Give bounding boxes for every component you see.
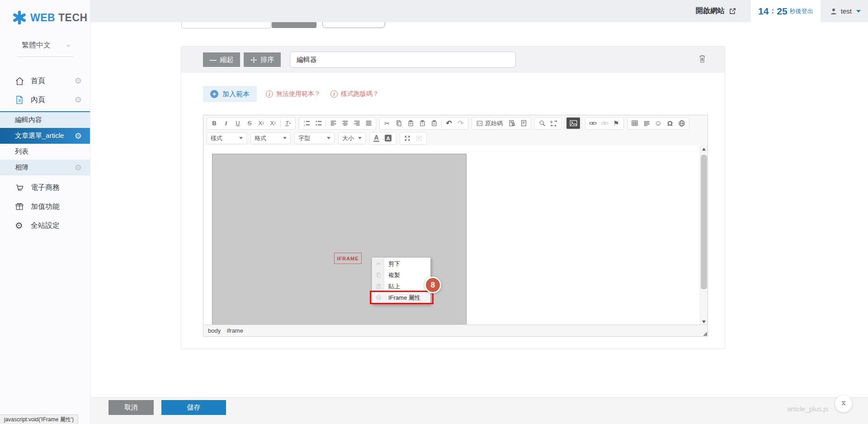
sidebar-item-label: 內頁 [31,95,45,105]
annotation-step-badge: 8 [425,277,441,293]
svg-text:b: b [551,120,552,123]
submenu-item-label: 編輯內容 [15,116,42,124]
gear-icon: ⚙ [15,221,25,230]
show-blocks-icon[interactable] [413,133,425,144]
underline-icon[interactable]: U [232,118,244,129]
sidebar-item-addons[interactable]: 加值功能 [0,197,90,216]
anchor-flag-icon[interactable]: ⚑ [610,118,622,129]
smiley-icon[interactable]: ☺ [652,118,664,129]
cancel-button[interactable]: 取消 [108,400,154,415]
submenu-item-list[interactable]: 列表 [0,144,90,160]
bg-color-icon[interactable]: A [383,133,395,144]
user-menu[interactable]: test [821,7,868,15]
paste-word-icon[interactable]: W [428,118,440,129]
source-button[interactable]: 原始碼 [473,118,506,129]
maximize-icon[interactable] [401,133,413,144]
gear-icon[interactable]: ⚙ [75,77,82,85]
align-left-icon[interactable] [327,118,339,129]
bold-icon[interactable]: B [208,118,220,129]
open-site-label: 開啟網站 [696,6,725,16]
preview-icon[interactable] [506,118,518,129]
gear-icon[interactable]: ⚙ [75,96,82,104]
sidebar-item-home[interactable]: 首頁 ⚙ [0,71,90,90]
copy-icon[interactable] [393,118,405,129]
align-center-icon[interactable] [339,118,351,129]
remove-format-icon[interactable]: Tx [282,118,294,129]
plus-circle-icon: + [210,90,218,98]
unlink-icon[interactable] [599,118,610,129]
paste-text-icon[interactable]: T [416,118,428,129]
svg-text:W: W [433,122,435,125]
help-link-template[interactable]: i 無法使用範本？ [266,90,321,98]
image-icon[interactable] [566,118,580,129]
horizontal-rule-icon[interactable] [641,118,652,129]
sort-button[interactable]: 排序 [244,52,281,67]
italic-icon[interactable]: I [220,118,232,129]
language-selector[interactable]: 繁體中文 [17,41,73,57]
brand-name: WEB TECH [30,12,88,24]
link-icon[interactable] [587,118,599,129]
replace-icon[interactable]: ba [548,118,560,129]
user-name: test [841,7,852,15]
redo-icon[interactable]: ↷ [455,118,467,129]
external-link-icon [729,7,736,15]
sidebar-item-label: 首頁 [31,76,45,86]
timer-minutes: 14 [758,6,769,17]
app-logo[interactable]: WEB TECH [13,11,88,24]
help-link-style[interactable]: i 樣式跑版嗎？ [330,90,379,98]
submenu-item-article-menu[interactable]: 文章選單_article ⚙ [0,128,90,144]
templates-icon[interactable] [518,118,529,129]
paste-icon[interactable] [405,118,416,129]
font-combo[interactable]: 字型 [294,132,335,144]
ordered-list-icon[interactable]: 12 [301,118,312,129]
special-char-icon[interactable]: Ω [664,118,676,129]
trash-icon[interactable] [698,54,707,64]
timer-seconds: 25 [777,6,787,17]
superscript-icon[interactable]: X2 [267,118,279,129]
find-icon[interactable] [536,118,548,129]
gear-icon[interactable]: ⚙ [75,132,82,140]
collapse-button[interactable]: — 縮起 [203,52,240,67]
size-combo[interactable]: 大小 [338,132,366,144]
editor-resize-handle[interactable] [703,332,707,336]
iframe-globe-icon[interactable] [676,118,688,129]
editor-toolbar-row2: 樣式 格式 字型 大小 A A [203,130,708,145]
submenu-item-album[interactable]: 相簿 ⚙ [0,160,90,175]
gear-icon[interactable]: ⚙ [75,164,82,172]
sidebar-item-site-settings[interactable]: ⚙ 全站設定 [0,216,90,235]
undo-icon[interactable]: ↶ [443,118,455,129]
table-icon[interactable] [629,118,641,129]
subscript-icon[interactable]: X2 [255,118,267,129]
help-label: 樣式跑版嗎？ [341,90,379,98]
add-template-button[interactable]: + 加入範本 [203,86,257,102]
editor-content-area[interactable]: IFRAME ✂ 剪下 複製 貼上 IFram [203,145,708,325]
scrollbar-thumb[interactable] [701,155,707,289]
submenu-item-edit-content[interactable]: 編輯內容 [0,112,90,128]
cut-icon[interactable]: ✂ [381,118,393,129]
module-title-input[interactable] [290,52,516,68]
align-right-icon[interactable] [351,118,363,129]
format-combo[interactable]: 格式 [250,132,291,144]
sidebar-item-ecommerce[interactable]: 電子商務 [0,178,90,197]
caret-down-icon [239,137,243,139]
sidebar: WEB TECH 繁體中文 首頁 ⚙ 內頁 ⚙ 編輯內容 文章選單_articl… [0,0,90,424]
strikethrough-icon[interactable]: S [244,118,255,129]
context-menu-item-copy[interactable]: 複製 [373,269,430,281]
align-justify-icon[interactable] [363,118,374,129]
text-color-icon[interactable]: A [371,133,383,144]
style-combo[interactable]: 樣式 [207,132,247,144]
elements-path[interactable]: body iframe [208,327,243,334]
open-site-link[interactable]: 開啟網站 [696,6,736,16]
iframe-chip[interactable]: IFRAME [334,253,362,264]
editor-toolbar-row1: B I U S X2 X2 Tx 12 ✂ [203,115,708,130]
format-combo-label: 格式 [255,134,266,142]
sidebar-item-pages[interactable]: 內頁 ⚙ [0,90,90,109]
unordered-list-icon[interactable] [312,118,324,129]
context-menu-label: 貼上 [385,283,400,291]
scrollbar-up-arrow[interactable] [700,145,708,153]
asterisk-logo-icon [13,11,26,24]
save-button[interactable]: 儲存 [161,400,226,415]
editor-scrollbar[interactable] [700,145,708,325]
scroll-to-top-button[interactable] [835,395,852,412]
context-menu-item-cut[interactable]: ✂ 剪下 [373,258,430,269]
